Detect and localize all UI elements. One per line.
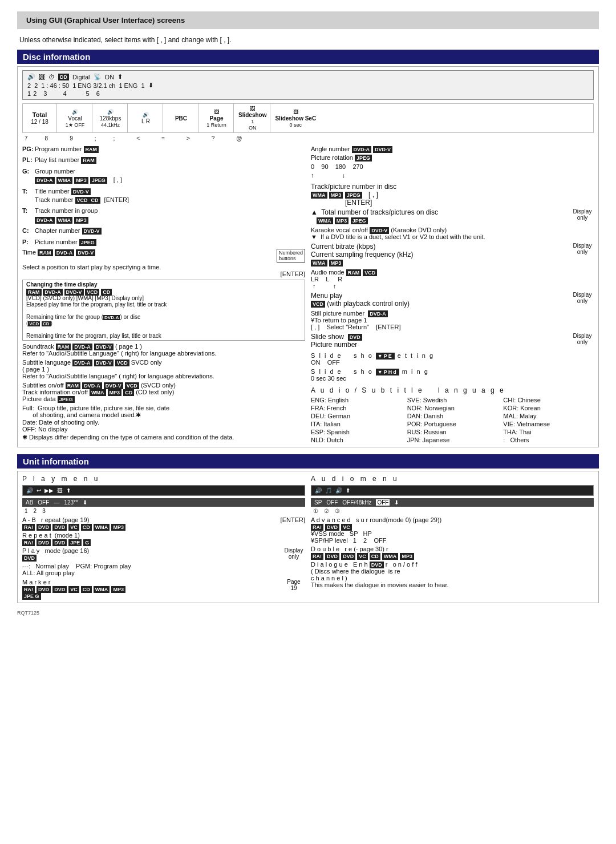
info-soundtrack: Soundtrack RAM DVD-A DVD-V ( page 1 ) Re… [22, 343, 305, 357]
info-menu-play: Menu play VCD (with playback control onl… [311, 292, 594, 308]
disc-display-row1: 🔊 🖼 ⏱ DD Digital 📡 ON ⬆ [27, 73, 589, 80]
info-picture-detail: Full: Group title, picture title, pictur… [22, 405, 305, 441]
audio-subtitle-title: A u d i o / S u b t i t l e l a n g u a … [311, 386, 594, 394]
icon-up: ⬆ [117, 73, 123, 80]
info-time: Time RAM DVD-A DVD-V Numberedbuttons Sel… [22, 249, 305, 277]
on-label: ON [105, 74, 115, 80]
unit-info-header: Unit information [17, 454, 599, 469]
icon-repeat: ↩ [37, 487, 41, 494]
info-subtitles-onoff: Subtitles on/off RAM DVD-A DVD-V VCD (SV… [22, 382, 305, 402]
info-audio-mode: Audio mode RAM VCD LR L R ↑ ↑ [311, 269, 594, 289]
unit-info-section: P l a y m e n u 🔊 ↩ ▶▶ 🖼 ⬆ AB OFF — 123*… [17, 471, 599, 603]
disc-info-header: Disc information [17, 50, 599, 64]
info-t2: T: Track number in group DVD-A WMA MP3 [22, 207, 305, 224]
info-slide-setting: S l i d e s h o ▼PE e t t i n g [311, 352, 594, 359]
disc-display-top: 🔊 🖼 ⏱ DD Digital 📡 ON ⬆ 2 2 1 : 46 : 50 … [22, 70, 594, 100]
intro-text: Unless otherwise indicated, select items… [17, 36, 599, 44]
icon-speaker2: 🔊 [335, 487, 342, 494]
disc-display-numbers: 1 2 3 4 5 6 [27, 90, 589, 97]
info-pl: PL: Play list number RAM [22, 156, 305, 164]
digital-label: Digital [72, 74, 90, 80]
info-pg: PG: Program number RAM [22, 145, 305, 154]
play-marker: M a r k e r RA! DVD DVD VC CD WMA MP3 JP… [22, 579, 305, 599]
badge-digital: DD [58, 74, 69, 80]
icon-disc: 🔊 [27, 73, 35, 80]
info-g: G: Group number DVD-A WMA MP3 JPEG [ , ] [22, 167, 305, 185]
audio-menu-panel: A u d i o m e n u 🔊 🎵 🔊 ⬆ SP OFF OFF/48k… [311, 475, 594, 599]
audio-toolbar-nums: ① ② ③ [311, 508, 594, 514]
info-slide-show: Slide show DVD Picture number Displayonl… [311, 333, 594, 349]
play-ab: A - B r e​p​e​a​t (p​a​g​e 19) RA! DVD D… [22, 516, 305, 530]
disc-right-col: Angle number DVD-A DVD-V Picture rotatio… [311, 145, 594, 443]
icon-signal: 📡 [94, 73, 102, 80]
play-toolbar: 🔊 ↩ ▶▶ 🖼 ⬆ [22, 485, 305, 496]
info-total-tracks: ▲ Total number of tracks/pictures on dis… [311, 208, 594, 224]
icon-image-play: 🖼 [57, 487, 63, 494]
icon-clock: ⏱ [48, 74, 55, 80]
unit-panels: P l a y m e n u 🔊 ↩ ▶▶ 🖼 ⬆ AB OFF — 123*… [22, 475, 594, 599]
icon-up-audio: ⬆ [346, 487, 350, 494]
icon-image: 🖼 [39, 74, 45, 80]
toolbar-vocal: 🔊 Vocal 1★ OFF [58, 104, 92, 132]
info-c: C: Chapter number DVD-V [22, 227, 305, 235]
rqt-number: RQT7125 [17, 610, 599, 616]
icon-ff: ▶▶ [44, 487, 54, 494]
icon-down: ⬇ [148, 82, 153, 89]
audio-double: D o u b l e r e (- page 30) r RA! DVD DV… [311, 546, 594, 559]
toolbar-lr: 🔊 L R [129, 104, 163, 132]
audio-dialogue: D i a l o g u e E n h DVD r o n / o f f … [311, 561, 594, 588]
play-mode: P l a y m​o​d​e (page 16) DVD Displayonl… [22, 547, 305, 561]
disc-two-col: PG: Program number RAM PL: Play list num… [22, 145, 594, 443]
time-display-box: Changing the time display RAM DVD-A DVD-… [22, 280, 305, 341]
top-heading-bar: Using GUI (Graphical User Interface) scr… [17, 11, 599, 29]
info-karaoke: Karaoke vocal on/off DVD-V (Karaoke DVD … [311, 227, 594, 240]
disc-info-section: 🔊 🖼 ⏱ DD Digital 📡 ON ⬆ 2 2 1 : 46 : 50 … [17, 66, 599, 447]
language-grid: ENG: EnglishSVE: SwedishCHI: Chinese FRA… [311, 397, 594, 443]
play-toolbar-sub: AB OFF — 123** ⬇ [22, 498, 305, 507]
disc-display-row2: 2 2 1 : 46 : 50 1 ENG 3/2.1 ch 1 ENG 1 ⬇ [27, 82, 589, 89]
toolbar-slideshow1: 🖼 Slideshow 1 ON [235, 104, 270, 132]
info-p: P: Picture number JPEG [22, 238, 305, 247]
play-menu-panel: P l a y m e n u 🔊 ↩ ▶▶ 🖼 ⬆ AB OFF — 123*… [22, 475, 305, 599]
audio-toolbar: 🔊 🎵 🔊 ⬆ [311, 485, 594, 496]
icon-speaker-audio: 🔊 [315, 487, 322, 494]
toolbar-page: 🖼 Page 1 Return [200, 104, 234, 132]
toolbar-numbers: 78 9 ; ; < = > ? @ [22, 135, 594, 142]
play-toolbar-nums: 1 2 3 [22, 508, 305, 514]
info-angle: Angle number DVD-A DVD-V Picture rotatio… [311, 145, 594, 180]
info-bitrate: Current bitrate (kbps) Current sampling … [311, 243, 594, 266]
top-heading-text: Using GUI (Graphical User Interface) scr… [26, 16, 185, 25]
audio-toolbar-sub: SP OFF OFF/48kHz OFF ⬇ [311, 498, 594, 507]
info-still-picture: Still picture number DVD-A ¥To return to… [311, 310, 594, 330]
play-repeat: R e p e a t (m​o​d​e 1) RA! DVD DVD JPE … [22, 532, 305, 546]
info-t1: T: Title number DVD-V Track number VCDCD… [22, 187, 305, 205]
toolbar-row: Total 12 / 18 🔊 Vocal 1★ OFF 🔊 128kbps 4… [22, 103, 594, 133]
toolbar-pbc: PBC [164, 104, 198, 132]
icon-up-play: ⬆ [66, 487, 71, 494]
icon-music: 🎵 [325, 487, 332, 494]
disc-left-col: PG: Program number RAM PL: Play list num… [22, 145, 305, 443]
info-subtitle: Subtitle language DVD-A DVD-V VCD SVCD o… [22, 359, 305, 379]
toolbar-total: Total 12 / 18 [23, 104, 57, 132]
info-slide-timing: S l i d e s h o ▼PHd m i n g [311, 368, 594, 375]
toolbar-slideshow2: 🖼 Slideshow SeC 0 sec [271, 104, 319, 132]
icon-speaker-play: 🔊 [26, 487, 33, 494]
audio-advanced: A d v a n c e d s u r r​o​u​n​d​(​m​o​d​… [311, 516, 594, 544]
info-track-disc: Track/picture number in disc WMA MP3 JPE… [311, 183, 594, 207]
toolbar-bitrate: 🔊 128kbps 44.1kHz [94, 104, 128, 132]
